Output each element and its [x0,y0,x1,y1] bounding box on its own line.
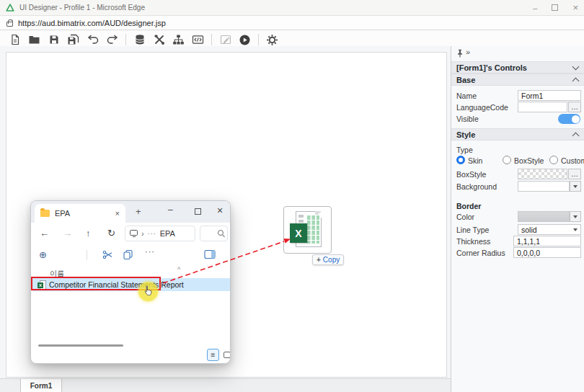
chevron-down-icon [573,215,578,218]
border-color-swatch[interactable] [518,211,570,222]
details-view-button[interactable]: ≡ [207,349,219,361]
breadcrumb-ellipsis-icon[interactable]: ··· [148,230,156,237]
thumbnail-view-button[interactable] [221,349,231,361]
excel-gray-cell [298,220,304,223]
border-color-dropdown-button[interactable] [570,211,581,222]
redo-icon[interactable] [106,33,119,46]
background-input[interactable] [518,181,570,192]
breadcrumb-current[interactable]: EPA [160,229,175,238]
file-row-selected[interactable]: X Competitor Financial Statements Report [32,278,230,291]
settings-icon[interactable] [266,33,279,46]
chevron-down-icon [573,228,578,231]
database-icon[interactable] [133,33,146,46]
radio-custom[interactable] [549,156,558,164]
radio-skin[interactable] [456,156,465,164]
minimize-icon[interactable]: – [168,205,173,215]
excel-file-mini-icon: X [37,280,46,290]
line-type-select[interactable]: solid [518,224,581,235]
explorer-tab-epa[interactable]: EPA × [35,204,125,223]
style-section-header[interactable]: Style [451,128,584,141]
this-pc-icon [130,230,138,236]
mini-excel-x: X [37,282,43,288]
name-input[interactable] [518,90,581,101]
horizontal-scrollbar-thumb[interactable] [38,344,123,347]
app-root: UI Designer - Profile 1 - Microsoft Edge… [0,0,584,392]
languagecode-label: LanguageCode [456,103,508,112]
corner-radius-label: Corner Radius [456,249,505,257]
edit-icon[interactable] [219,33,232,46]
new-file-icon[interactable] [9,33,22,46]
sort-ascending-icon[interactable]: ^ [177,266,180,273]
base-header-label: Base [456,76,475,84]
languagecode-input[interactable] [518,102,567,112]
background-label: Background [456,182,497,191]
save-icon[interactable] [48,33,61,46]
hierarchy-icon[interactable] [172,33,185,46]
run-icon[interactable] [239,33,252,46]
browser-title-bar: UI Designer - Profile 1 - Microsoft Edge… [0,0,584,16]
back-icon[interactable]: ← [40,228,49,239]
background-dropdown-button[interactable] [570,181,581,192]
minimize-icon[interactable]: – [533,4,537,12]
visible-label: Visible [456,115,479,123]
column-header-name[interactable]: 이름 [50,269,64,279]
save-all-icon[interactable] [67,33,80,46]
thumbnail-view-icon [224,352,231,358]
controls-section-header[interactable]: [Form1]'s Controls [451,61,584,74]
type-label: Type [456,146,473,154]
boxstyle-browse-button[interactable]: … [568,169,581,179]
search-box[interactable] [200,226,228,241]
excel-x-badge: X [290,223,307,243]
new-tab-icon[interactable]: + [136,206,141,217]
lock-icon [6,22,13,27]
radio-boxstyle[interactable] [503,156,511,164]
copy-icon[interactable] [123,249,133,260]
form-tab-label: Form1 [30,382,53,390]
tab-close-icon[interactable]: × [115,209,120,218]
excel-gray-cell [298,215,304,218]
close-icon[interactable]: × [217,205,223,216]
languagecode-browse-button[interactable]: … [568,102,581,112]
address-bar[interactable]: › ··· EPA [125,226,195,241]
more-options-icon[interactable]: ··· [145,247,155,256]
code-view-icon[interactable] [192,33,205,46]
boxstyle-swatch[interactable] [518,169,567,179]
excel-cell-grid [306,215,319,244]
url-bar[interactable]: https://aud.bimatrix.com/AUD/designer.js… [0,16,584,30]
corner-radius-input[interactable] [513,247,581,258]
new-item-icon[interactable]: ⊕ [39,249,47,260]
command-separator [87,250,87,260]
undo-icon[interactable] [87,33,99,46]
close-icon[interactable]: × [572,2,578,13]
base-section-header[interactable]: Base [451,74,584,86]
maximize-icon[interactable] [195,208,201,215]
folder-icon [40,210,50,217]
toolbar-separator [211,34,212,45]
details-pane-icon[interactable] [204,249,216,259]
radio-boxstyle-label: BoxStyle [514,156,544,165]
up-icon[interactable]: ↑ [86,228,91,239]
file-name[interactable]: Competitor Financial Statements Report [49,280,184,289]
name-label: Name [456,92,477,100]
border-subsection-label: Border [456,202,481,210]
pin-panel-icon[interactable] [456,49,464,58]
cut-icon[interactable] [102,249,113,260]
tab-form1[interactable]: Form1 [20,379,62,392]
copy-label: Copy [323,256,340,264]
visible-toggle[interactable] [558,114,580,124]
style-header-label: Style [456,130,475,139]
search-icon [218,230,224,236]
radio-skin-label: Skin [468,156,482,165]
maximize-icon[interactable] [552,4,558,11]
chevron-up-icon [572,132,580,139]
open-folder-icon[interactable] [28,33,41,46]
page-url[interactable]: https://aud.bimatrix.com/AUD/designer.js… [18,19,166,27]
build-tools-icon[interactable] [153,33,166,46]
toolbar-separator [258,34,259,45]
border-color-label: Color [456,213,474,221]
chevron-down-icon [572,63,580,70]
file-explorer-window[interactable]: EPA × + – × ← → ↑ ↻ › ··· EPA ⊕ [30,200,231,364]
collapse-panel-icon[interactable]: » [466,48,470,56]
refresh-icon[interactable]: ↻ [107,228,115,239]
thickness-input[interactable] [513,236,581,246]
